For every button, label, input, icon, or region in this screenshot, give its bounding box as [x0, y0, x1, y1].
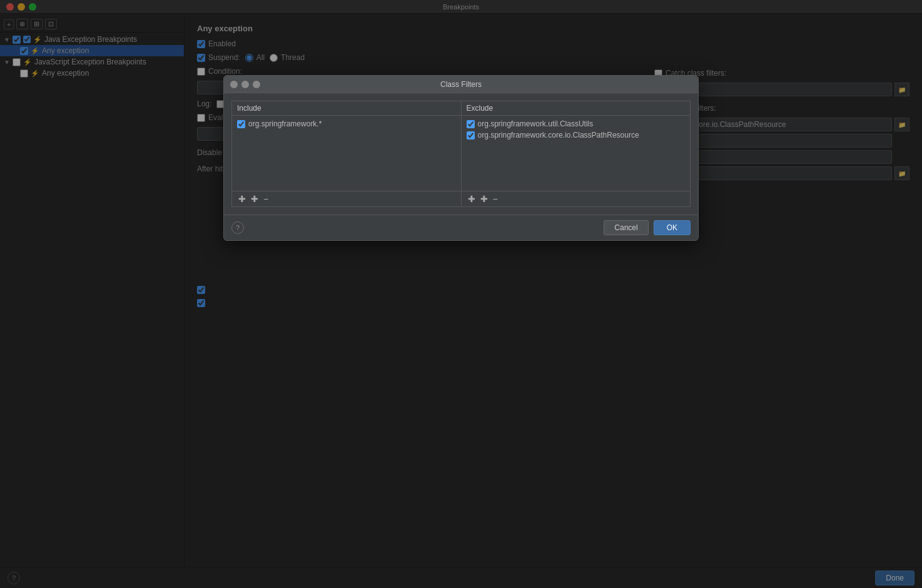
modal-close-btn[interactable] [230, 81, 238, 88]
exclude-item-1: org.springframework.util.ClassUtils [464, 118, 688, 129]
exclude-remove-btn[interactable]: − [492, 194, 499, 204]
modal-footer-buttons: Cancel OK [604, 220, 691, 235]
include-item-1-checkbox[interactable] [237, 120, 245, 128]
include-item-1-label: org.springframework.* [248, 119, 322, 128]
ok-button[interactable]: OK [654, 220, 691, 235]
exclude-item-2-checkbox[interactable] [467, 131, 475, 139]
modal-overlay: Class Filters Include org.springframewor… [0, 0, 922, 588]
exclude-item-1-checkbox[interactable] [467, 120, 475, 128]
cancel-button[interactable]: Cancel [604, 220, 648, 235]
modal-footer: ? Cancel OK [224, 215, 698, 240]
modal-body: Include org.springframework.* ✚ ✚ − [224, 93, 698, 215]
exclude-item-2-label: org.springframework.core.io.ClassPathRes… [478, 131, 639, 139]
include-content: org.springframework.* [232, 116, 461, 191]
exclude-add-pattern-btn[interactable]: ✚ [479, 194, 489, 204]
modal-title: Class Filters [440, 80, 482, 89]
exclude-toolbar: ✚ ✚ − [462, 191, 691, 206]
include-column: Include org.springframework.* ✚ ✚ − [231, 101, 461, 207]
include-remove-btn[interactable]: − [262, 194, 270, 204]
modal-titlebar: Class Filters [224, 76, 698, 93]
exclude-column: Exclude org.springframework.util.ClassUt… [461, 101, 691, 207]
exclude-header: Exclude [462, 101, 691, 116]
modal-min-btn[interactable] [241, 81, 249, 88]
modal-traffic-lights [230, 81, 260, 88]
modal-help-button[interactable]: ? [231, 221, 244, 234]
exclude-add-btn[interactable]: ✚ [467, 194, 477, 204]
include-toolbar: ✚ ✚ − [232, 191, 461, 206]
exclude-item-1-label: org.springframework.util.ClassUtils [478, 119, 594, 128]
include-add-btn[interactable]: ✚ [237, 194, 247, 204]
exclude-item-2: org.springframework.core.io.ClassPathRes… [464, 129, 688, 141]
exclude-content: org.springframework.util.ClassUtils org.… [462, 116, 691, 191]
include-item-1: org.springframework.* [235, 118, 458, 129]
modal-columns: Include org.springframework.* ✚ ✚ − [231, 101, 691, 207]
include-add-pattern-btn[interactable]: ✚ [250, 194, 260, 204]
class-filters-dialog: Class Filters Include org.springframewor… [223, 75, 699, 241]
include-header: Include [232, 101, 461, 116]
modal-max-btn[interactable] [253, 81, 260, 88]
